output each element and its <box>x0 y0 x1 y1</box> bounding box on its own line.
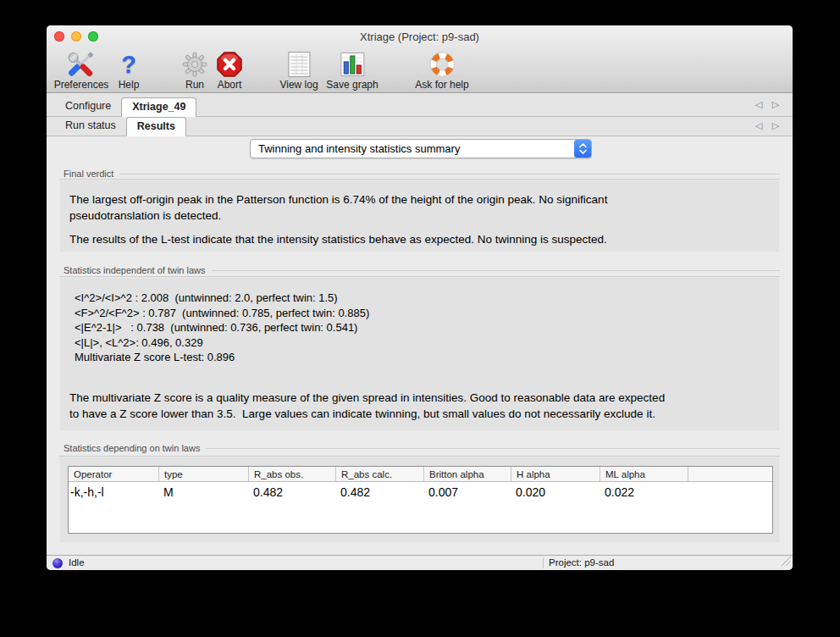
bar-chart-icon <box>340 50 365 79</box>
independent-stats-panel: <I^2>/<I>^2 : 2.008 (untwinned: 2.0, per… <box>59 276 780 431</box>
section-title: Final verdict <box>64 169 113 179</box>
stat-line: <F>^2/<F^2> : 0.787 (untwinned: 0.785, p… <box>59 306 780 321</box>
stat-line: <I^2>/<I>^2 : 2.008 (untwinned: 2.0, per… <box>59 291 780 306</box>
help-button[interactable]: ? Help <box>119 48 140 91</box>
toolbar-label: Preferences <box>54 80 109 91</box>
twin-laws-panel: Operator type R_abs obs. R_abs calc. Bri… <box>59 456 780 543</box>
status-sphere-icon <box>52 558 63 568</box>
tools-icon <box>67 50 96 79</box>
xtriage-window: Xtriage (Project: p9-sad) Preferences <box>47 25 793 570</box>
sub-tab-bar: Run status Results ◁ ▷ <box>47 117 793 136</box>
section-header-independent: Statistics independent of twin laws <box>64 264 780 275</box>
subtab-scroll-right-icon[interactable]: ▷ <box>769 120 782 131</box>
chevron-up-down-icon <box>574 140 591 158</box>
run-button[interactable]: Run <box>181 48 208 91</box>
toolbar: Preferences ? Help <box>47 47 793 92</box>
statusbar-divider <box>543 557 544 568</box>
toolbar-label: Save graph <box>326 80 378 91</box>
stat-line: <|L|>, <L^2>: 0.496, 0.329 <box>59 335 780 351</box>
cell-type: M <box>159 482 249 504</box>
stat-line: <|E^2-1|> : 0.738 (untwinned: 0.736, per… <box>59 320 780 335</box>
tab-scroll-left-icon[interactable]: ◁ <box>752 99 765 110</box>
window-chrome: Xtriage (Project: p9-sad) Preferences <box>47 25 793 93</box>
cell-operator: -k,-h,-l <box>69 482 159 504</box>
stat-line: Multivariate Z score L-test: 0.896 <box>59 350 780 365</box>
toolbar-label: View log <box>279 80 318 91</box>
cell-ml-alpha: 0.022 <box>600 482 688 504</box>
status-bar: Idle Project: p9-sad <box>47 555 793 570</box>
section-divider <box>206 448 780 449</box>
save-graph-button[interactable]: Save graph <box>326 48 378 91</box>
toolbar-label: Ask for help <box>415 80 468 91</box>
table-header-row: Operator type R_abs obs. R_abs calc. Bri… <box>69 467 772 482</box>
section-divider <box>212 270 780 271</box>
log-file-icon <box>287 50 311 79</box>
question-mark-icon: ? <box>121 50 136 79</box>
column-header-h-alpha[interactable]: H alpha <box>511 467 600 481</box>
abort-button[interactable]: Abort <box>216 48 243 91</box>
stop-icon <box>216 50 243 79</box>
tab-results[interactable]: Results <box>126 117 186 136</box>
main-tab-bar: Configure Xtriage_49 ◁ ▷ <box>47 94 793 117</box>
results-panel: Twinning and intensity statistics summar… <box>47 136 793 554</box>
section-title: Statistics depending on twin laws <box>64 443 200 453</box>
project-label: Project: p9-sad <box>549 557 614 568</box>
column-header-r-abs-obs[interactable]: R_abs obs. <box>249 467 336 481</box>
tab-configure[interactable]: Configure <box>55 97 121 116</box>
column-header-ml-alpha[interactable]: ML alpha <box>600 467 688 481</box>
toolbar-label: Run <box>185 80 204 91</box>
tab-scroll-right-icon[interactable]: ▷ <box>769 99 782 110</box>
toolbar-label: Help <box>119 80 140 91</box>
verdict-paragraph: The largest off-origin peak in the Patte… <box>59 191 780 224</box>
ask-for-help-button[interactable]: Ask for help <box>415 48 468 91</box>
titlebar: Xtriage (Project: p9-sad) <box>47 25 793 47</box>
gear-icon <box>181 50 208 79</box>
tab-run-status[interactable]: Run status <box>55 116 126 136</box>
resize-grip[interactable] <box>781 555 792 570</box>
summary-dropdown[interactable]: Twinning and intensity statistics summar… <box>250 139 592 158</box>
lifebuoy-icon <box>427 50 457 79</box>
twin-law-table: Operator type R_abs obs. R_abs calc. Bri… <box>68 466 773 534</box>
column-header-type[interactable]: type <box>159 467 249 481</box>
table-row[interactable]: -k,-h,-l M 0.482 0.482 0.007 0.020 0.022 <box>69 482 772 504</box>
column-header-empty <box>688 467 772 481</box>
cell-r-abs-obs: 0.482 <box>249 482 336 504</box>
cell-r-abs-calc: 0.482 <box>336 482 424 504</box>
cell-britton-alpha: 0.007 <box>424 482 511 504</box>
final-verdict-panel: The largest off-origin peak in the Patte… <box>59 179 780 252</box>
subtab-scroll-left-icon[interactable]: ◁ <box>752 120 765 131</box>
tab-xtriage-49[interactable]: Xtriage_49 <box>121 97 196 117</box>
toolbar-label: Abort <box>218 80 242 91</box>
section-header-depending: Statistics depending on twin laws <box>64 442 780 453</box>
section-title: Statistics independent of twin laws <box>64 265 206 275</box>
window-title: Xtriage (Project: p9-sad) <box>47 25 793 47</box>
cell-h-alpha: 0.020 <box>511 482 600 504</box>
section-header-final-verdict: Final verdict <box>64 168 780 179</box>
view-log-button[interactable]: View log <box>279 48 318 91</box>
preferences-button[interactable]: Preferences <box>54 48 109 91</box>
verdict-paragraph: The results of the L-test indicate that … <box>59 231 780 247</box>
summary-dropdown-value: Twinning and intensity statistics summar… <box>258 140 460 158</box>
column-header-r-abs-calc[interactable]: R_abs calc. <box>336 467 424 481</box>
z-score-note: The multivariate Z score is a quality me… <box>59 390 780 422</box>
section-divider <box>119 174 780 174</box>
status-text: Idle <box>69 557 85 568</box>
column-header-operator[interactable]: Operator <box>69 467 159 481</box>
column-header-britton-alpha[interactable]: Britton alpha <box>424 467 511 481</box>
